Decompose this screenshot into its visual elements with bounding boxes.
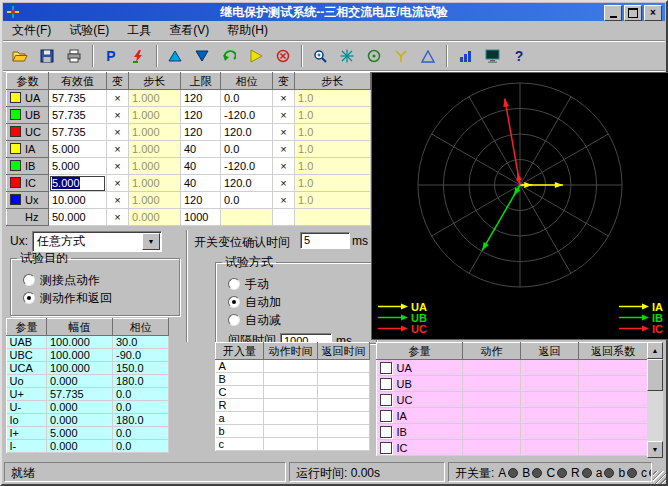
phase-cell[interactable]: 120.0 (221, 175, 273, 192)
harmonic-button[interactable] (452, 43, 478, 69)
reset-button[interactable] (216, 43, 242, 69)
vary-toggle-cell[interactable]: × (107, 141, 129, 158)
step-cell[interactable]: 1.000 (129, 192, 181, 209)
stop-button[interactable] (270, 43, 296, 69)
checkbox[interactable] (380, 410, 392, 422)
limit-cell[interactable]: 40 (181, 141, 221, 158)
limit-cell[interactable]: 120 (181, 90, 221, 107)
vary-toggle-cell[interactable] (273, 209, 295, 226)
vary-toggle-cell[interactable]: × (273, 175, 295, 192)
y-vector-button[interactable] (388, 43, 414, 69)
checkbox[interactable] (380, 378, 392, 390)
result-table-scrollbar[interactable]: ▲ ▼ (647, 342, 663, 456)
radio-option-manual[interactable]: 手动 (228, 277, 370, 291)
p-button[interactable]: P (98, 43, 124, 69)
step-cell[interactable]: 1.000 (129, 175, 181, 192)
resize-grip[interactable] (653, 471, 666, 484)
phase-cell[interactable]: 120.0 (221, 124, 273, 141)
close-button[interactable]: × (644, 5, 662, 21)
step-cell[interactable]: 1.000 (129, 124, 181, 141)
print-button[interactable] (61, 43, 87, 69)
minimize-button[interactable] (604, 5, 622, 21)
phase-cell[interactable] (221, 209, 273, 226)
limit-cell[interactable]: 1000 (181, 209, 221, 226)
step-cell[interactable]: 1.0 (295, 158, 371, 175)
vary-toggle-cell[interactable]: × (107, 107, 129, 124)
limit-cell[interactable]: 120 (181, 107, 221, 124)
phase-cell[interactable]: -120.0 (221, 158, 273, 175)
param-value-cell[interactable]: 57.735 (49, 124, 107, 141)
phase-cell[interactable]: 0.0 (221, 192, 273, 209)
scroll-track[interactable] (647, 359, 663, 441)
param-value-editbox[interactable]: 5.000 (50, 176, 105, 191)
vary-toggle-cell[interactable]: × (107, 192, 129, 209)
zoom-button[interactable] (307, 43, 333, 69)
step-cell[interactable]: 1.0 (295, 124, 371, 141)
limit-cell[interactable]: 120 (181, 124, 221, 141)
step-cell[interactable]: 1.0 (295, 90, 371, 107)
vary-toggle-cell[interactable]: × (273, 124, 295, 141)
step-cell[interactable]: 1.0 (295, 107, 371, 124)
vary-toggle-cell[interactable]: × (273, 192, 295, 209)
menu-file[interactable]: 文件(F) (3, 20, 60, 41)
param-value-cell[interactable]: 57.735 (49, 90, 107, 107)
title-bar[interactable]: 继电保护测试系统--三相交流电压/电流试验 × (3, 3, 665, 21)
menu-tools[interactable]: 工具 (118, 20, 160, 41)
power-button[interactable] (125, 43, 151, 69)
step-cell[interactable]: 1.0 (295, 192, 371, 209)
phase-cell[interactable]: 0.0 (221, 141, 273, 158)
circle-view-button[interactable] (361, 43, 387, 69)
open-button[interactable] (7, 43, 33, 69)
param-value-cell[interactable]: 5.000 (49, 158, 107, 175)
menu-test[interactable]: 试验(E) (60, 20, 118, 41)
menu-view[interactable]: 查看(V) (160, 20, 218, 41)
phase-cell[interactable]: -120.0 (221, 107, 273, 124)
decrease-button[interactable] (189, 43, 215, 69)
step-cell[interactable]: 1.0 (295, 141, 371, 158)
step-cell[interactable]: 1.000 (129, 141, 181, 158)
vary-toggle-cell[interactable]: × (107, 158, 129, 175)
step-cell[interactable] (295, 209, 371, 226)
maximize-button[interactable] (624, 5, 642, 21)
step-cell[interactable]: 1.000 (129, 158, 181, 175)
vary-toggle-cell[interactable]: × (107, 209, 129, 226)
phase-cell[interactable]: 0.0 (221, 90, 273, 107)
vary-toggle-cell[interactable]: × (273, 107, 295, 124)
limit-cell[interactable]: 120 (181, 192, 221, 209)
scroll-up-button[interactable]: ▲ (647, 342, 663, 359)
param-value-cell[interactable]: 5.000 (49, 141, 107, 158)
save-button[interactable] (34, 43, 60, 69)
triangle-view-button[interactable] (415, 43, 441, 69)
radio-option-contact-action[interactable]: 测接点动作 (23, 273, 173, 287)
checkbox[interactable] (380, 442, 392, 454)
vary-toggle-cell[interactable]: × (273, 141, 295, 158)
scroll-thumb[interactable] (647, 359, 663, 391)
param-value-cell[interactable]: 50.000 (49, 209, 107, 226)
start-button[interactable] (243, 43, 269, 69)
vector-view-button[interactable] (334, 43, 360, 69)
vary-toggle-cell[interactable]: × (107, 124, 129, 141)
ux-mode-select[interactable]: 任意方式 ▼ (32, 231, 162, 252)
switch-confirm-input[interactable]: 5 (300, 232, 350, 249)
step-cell[interactable]: 1.000 (129, 90, 181, 107)
vary-toggle-cell[interactable]: × (107, 175, 129, 192)
checkbox[interactable] (380, 362, 392, 374)
increase-button[interactable] (162, 43, 188, 69)
vary-toggle-cell[interactable]: × (273, 90, 295, 107)
menu-help[interactable]: 帮助(H) (218, 20, 277, 41)
chevron-down-icon[interactable]: ▼ (142, 233, 160, 250)
radio-option-auto-increase[interactable]: 自动加 (228, 295, 370, 309)
monitor-button[interactable] (479, 43, 505, 69)
step-cell[interactable]: 0.000 (129, 209, 181, 226)
step-cell[interactable]: 1.0 (295, 175, 371, 192)
help-button[interactable]: ? (506, 43, 532, 69)
scroll-down-button[interactable]: ▼ (647, 441, 663, 458)
limit-cell[interactable]: 40 (181, 175, 221, 192)
radio-option-auto-decrease[interactable]: 自动减 (228, 313, 370, 327)
param-value-cell[interactable]: 10.000 (49, 192, 107, 209)
vary-toggle-cell[interactable]: × (107, 90, 129, 107)
checkbox[interactable] (380, 394, 392, 406)
checkbox[interactable] (380, 426, 392, 438)
param-value-cell[interactable]: 5.000 (49, 175, 107, 192)
vary-toggle-cell[interactable]: × (273, 158, 295, 175)
